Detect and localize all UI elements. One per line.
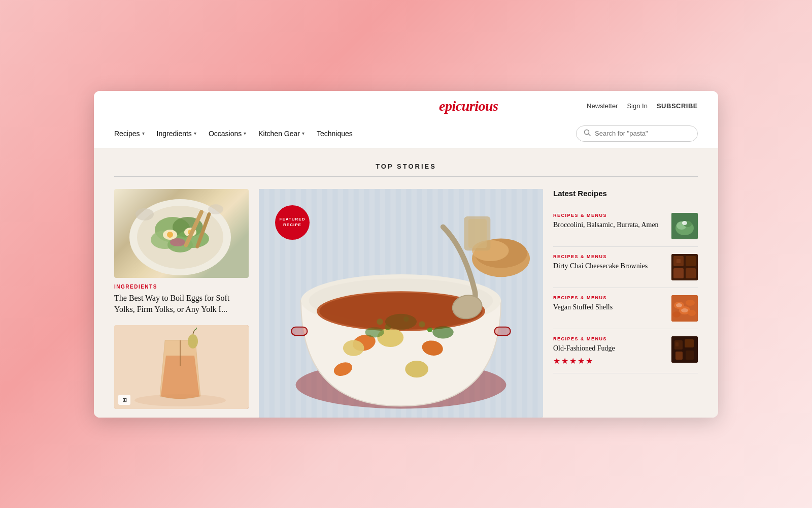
site-nav: Recipes ▾ Ingredients ▾ Occasions ▾ Kitc… [114,119,698,148]
svg-rect-65 [676,259,681,263]
left-column: INGREDIENTS The Best Way to Boil Eggs fo… [114,189,249,418]
svg-rect-63 [673,268,684,278]
right-column: Latest Recipes RECIPES & MENUS Broccolin… [553,189,698,418]
svg-point-73 [681,308,688,312]
nav-left: Recipes ▾ Ingredients ▾ Occasions ▾ Kitc… [114,130,353,138]
chevron-down-icon: ▾ [142,131,145,136]
section-divider [114,176,698,177]
recipe-name: Broccolini, Balsamic, Burrata, Amen [553,220,666,230]
svg-point-37 [343,340,364,356]
recipe-thumbnail [671,254,698,280]
recipe-item-brownies[interactable]: RECIPES & MENUS Dirty Chai Cheesecake Br… [553,247,698,288]
recipe-category: RECIPES & MENUS [553,254,666,259]
svg-point-17 [208,204,223,214]
chevron-down-icon: ▾ [302,131,304,136]
svg-point-72 [676,303,682,307]
recipe-thumbnail [671,295,698,322]
svg-point-13 [170,238,185,246]
recipe-info: RECIPES & MENUS Old-Fashioned Fudge ★★★★… [553,336,666,366]
svg-rect-76 [685,339,694,347]
svg-point-10 [167,232,173,238]
recipe-name: Vegan Stuffed Shells [553,303,666,312]
svg-point-59 [682,221,687,225]
gallery-icon: ⊞ [118,395,130,405]
recipe-info: RECIPES & MENUS Vegan Stuffed Shells [553,295,666,312]
svg-rect-54 [468,219,487,248]
svg-point-22 [134,394,226,406]
recipe-info: RECIPES & MENUS Dirty Chai Cheesecake Br… [553,254,666,271]
svg-point-36 [405,361,428,377]
nav-item-ingredients[interactable]: Ingredients ▾ [157,130,196,138]
svg-rect-79 [675,342,679,346]
site-header: epicurious Newsletter Sign In SUBSCRIBE … [94,91,718,148]
nav-item-techniques[interactable]: Techniques [317,130,353,138]
svg-point-71 [688,310,696,316]
recipe-category: RECIPES & MENUS [553,295,666,300]
recipe-category: RECIPES & MENUS [553,336,666,341]
svg-point-70 [672,311,681,318]
chevron-down-icon: ▾ [244,131,246,136]
recipe-item-fudge[interactable]: RECIPES & MENUS Old-Fashioned Fudge ★★★★… [553,329,698,374]
story-card-boil-eggs[interactable]: INGREDIENTS The Best Way to Boil Eggs fo… [114,189,249,315]
recipe-info: RECIPES & MENUS Broccolini, Balsamic, Bu… [553,213,666,230]
search-bar[interactable] [576,125,698,142]
nav-item-recipes[interactable]: Recipes ▾ [114,130,145,138]
featured-recipe-badge: FEATURED RECIPE [275,205,310,240]
nav-item-occasions[interactable]: Occasions ▾ [209,130,246,138]
stories-grid: INGREDIENTS The Best Way to Boil Eggs fo… [114,189,698,418]
drink-image: ⊞ [114,325,249,409]
svg-point-68 [686,300,695,306]
svg-rect-49 [495,327,511,335]
latest-recipes-title: Latest Recipes [553,189,698,198]
header-actions: Newsletter Sign In SUBSCRIBE [587,102,698,110]
search-icon [584,129,591,138]
svg-point-16 [136,208,154,220]
subscribe-link[interactable]: SUBSCRIBE [657,102,698,110]
browser-window: epicurious Newsletter Sign In SUBSCRIBE … [94,91,718,418]
svg-rect-77 [675,352,683,360]
newsletter-link[interactable]: Newsletter [587,102,618,110]
recipe-thumbnail [671,336,698,363]
story-label-boil-eggs: INGREDIENTS [114,284,249,290]
header-top: epicurious Newsletter Sign In SUBSCRIBE [114,91,698,119]
chevron-down-icon: ▾ [194,131,196,136]
recipe-name: Old-Fashioned Fudge [553,344,666,354]
boil-eggs-image [114,189,249,278]
svg-rect-64 [686,268,696,278]
search-input[interactable] [595,130,690,137]
svg-rect-62 [686,256,696,266]
nav-item-kitchen-gear[interactable]: Kitchen Gear ▾ [258,130,304,138]
svg-rect-78 [686,351,694,360]
svg-rect-74 [671,336,698,363]
recipe-item-broccolini[interactable]: RECIPES & MENUS Broccolini, Balsamic, Bu… [553,206,698,247]
svg-line-1 [589,134,591,136]
sign-in-link[interactable]: Sign In [627,102,647,110]
recipe-thumbnail [671,213,698,239]
site-logo[interactable]: epicurious [351,98,587,114]
main-content: TOP STORIES [94,148,718,418]
recipe-category: RECIPES & MENUS [553,213,666,218]
story-title-boil-eggs: The Best Way to Boil Eggs for Soft Yolks… [114,293,249,315]
recipe-item-shells[interactable]: RECIPES & MENUS Vegan Stuffed Shells [553,288,698,329]
story-card-drink[interactable]: ⊞ [114,325,249,409]
center-featured[interactable]: FEATURED RECIPE [259,189,543,418]
svg-point-19 [188,334,198,348]
recipe-stars: ★★★★★ [553,356,666,366]
section-title: TOP STORIES [114,163,698,170]
svg-rect-48 [291,327,307,335]
recipe-name: Dirty Chai Cheesecake Brownies [553,262,666,271]
